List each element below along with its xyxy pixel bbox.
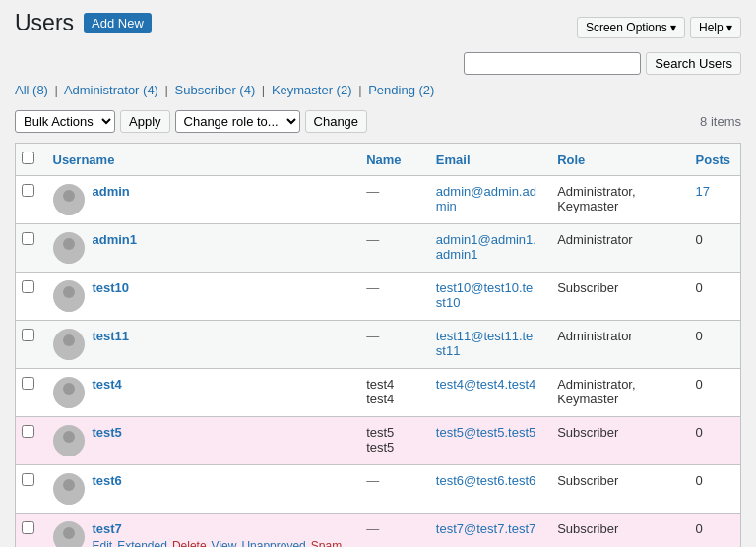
- posts-link[interactable]: 17: [696, 184, 710, 199]
- role-cell: Administrator, Keymaster: [547, 369, 685, 417]
- name-cell: —: [356, 176, 426, 224]
- email-link[interactable]: test7@test7.test7: [436, 521, 536, 536]
- name-cell: —: [356, 465, 426, 514]
- table-row: test6 — test6@test6.test6 Subscriber 0: [16, 465, 741, 514]
- username-link[interactable]: test4: [93, 377, 122, 392]
- posts-cell: 0: [686, 514, 741, 548]
- posts-cell: 17: [686, 176, 741, 224]
- email-cell: test10@test10.test10: [426, 273, 547, 321]
- filter-administrator[interactable]: Administrator (4): [64, 83, 158, 97]
- row-checkbox-cell[interactable]: [16, 417, 43, 465]
- action-spam[interactable]: Spam: [311, 539, 342, 547]
- row-checkbox[interactable]: [22, 232, 34, 245]
- add-new-button[interactable]: Add New: [84, 13, 152, 33]
- email-link[interactable]: test10@test10.test10: [436, 280, 533, 310]
- svg-point-14: [63, 527, 75, 539]
- svg-point-4: [63, 286, 75, 298]
- username-cell: test7 EditExtendedDeleteViewUnapprovedSp…: [43, 514, 357, 548]
- table-row: test5 test5 test5 test5@test5.test5 Subs…: [16, 417, 741, 465]
- action-extended[interactable]: Extended: [117, 539, 167, 547]
- svg-point-3: [59, 252, 79, 264]
- username-link[interactable]: test7: [93, 521, 122, 536]
- col-header-username[interactable]: Username: [43, 144, 357, 176]
- table-row: admin — admin@admin.admin Administrator,…: [16, 176, 741, 224]
- email-link[interactable]: admin@admin.admin: [436, 184, 536, 213]
- username-cell: test6: [43, 465, 357, 514]
- bulk-actions-select-top[interactable]: Bulk Actions: [15, 110, 115, 133]
- filter-all[interactable]: All (8): [15, 83, 48, 97]
- change-button-top[interactable]: Change: [305, 110, 368, 133]
- filter-links: All (8) | Administrator (4) | Subscriber…: [15, 83, 741, 97]
- email-link[interactable]: test5@test5.test5: [436, 425, 536, 440]
- email-link[interactable]: admin1@admin1.admin1: [436, 232, 536, 262]
- svg-point-7: [59, 348, 79, 360]
- apply-button-top[interactable]: Apply: [120, 110, 170, 133]
- svg-point-2: [63, 238, 75, 250]
- row-checkbox-cell[interactable]: [16, 321, 43, 369]
- search-users-button[interactable]: Search Users: [646, 52, 741, 75]
- avatar: [53, 329, 85, 360]
- username-link[interactable]: test11: [93, 329, 130, 343]
- screen-options-button[interactable]: Screen Options ▾: [577, 17, 685, 38]
- role-cell: Subscriber: [547, 465, 685, 514]
- row-checkbox[interactable]: [22, 521, 34, 534]
- posts-cell: 0: [686, 369, 741, 417]
- username-link[interactable]: admin1: [93, 232, 138, 247]
- row-checkbox-cell[interactable]: [16, 465, 43, 514]
- action-unapproved[interactable]: Unapproved: [241, 539, 305, 547]
- row-checkbox[interactable]: [22, 425, 34, 438]
- email-link[interactable]: test6@test6.test6: [436, 473, 536, 488]
- email-cell: admin1@admin1.admin1: [426, 224, 547, 273]
- name-cell: —: [356, 224, 426, 273]
- filter-pending[interactable]: Pending (2): [368, 83, 434, 97]
- action-delete[interactable]: Delete: [172, 539, 207, 547]
- col-header-role: Role: [547, 144, 685, 176]
- page-title: Users: [15, 10, 74, 36]
- row-checkbox-cell[interactable]: [16, 273, 43, 321]
- role-cell: Administrator: [547, 321, 685, 369]
- row-checkbox-cell[interactable]: [16, 176, 43, 224]
- col-header-email[interactable]: Email: [426, 144, 547, 176]
- username-link[interactable]: test5: [93, 425, 122, 440]
- username-link[interactable]: test10: [93, 280, 130, 295]
- email-link[interactable]: test4@test4.test4: [436, 377, 536, 392]
- role-cell: Subscriber: [547, 273, 685, 321]
- name-cell: test4 test4: [356, 369, 426, 417]
- row-checkbox-cell[interactable]: [16, 224, 43, 273]
- filter-subscriber[interactable]: Subscriber (4): [175, 83, 256, 97]
- select-all-checkbox-top[interactable]: [22, 152, 34, 164]
- row-checkbox[interactable]: [22, 280, 34, 293]
- svg-point-9: [59, 396, 79, 408]
- select-all-header[interactable]: [16, 144, 43, 176]
- username-cell: test4: [43, 369, 357, 417]
- row-checkbox[interactable]: [22, 473, 34, 486]
- row-checkbox-cell[interactable]: [16, 514, 43, 548]
- svg-point-8: [63, 383, 75, 395]
- row-checkbox[interactable]: [22, 329, 34, 341]
- top-tablenav: Bulk Actions Apply Change role to... Cha…: [15, 105, 741, 138]
- change-role-select-top[interactable]: Change role to...: [175, 110, 300, 133]
- help-button[interactable]: Help ▾: [690, 17, 741, 38]
- name-cell: —: [356, 514, 426, 548]
- username-link[interactable]: test6: [93, 473, 122, 488]
- svg-point-0: [63, 190, 75, 202]
- email-cell: test4@test4.test4: [426, 369, 547, 417]
- avatar: [53, 425, 85, 456]
- search-input[interactable]: [464, 52, 641, 75]
- role-cell: Administrator: [547, 224, 685, 273]
- email-link[interactable]: test11@test11.test11: [436, 329, 533, 358]
- action-edit[interactable]: Edit: [93, 539, 113, 547]
- col-header-name: Name: [356, 144, 426, 176]
- filter-keymaster[interactable]: Keymaster (2): [272, 83, 352, 97]
- row-checkbox[interactable]: [22, 184, 34, 197]
- name-cell: —: [356, 273, 426, 321]
- username-link[interactable]: admin: [93, 184, 130, 199]
- action-view[interactable]: View: [212, 539, 237, 547]
- username-cell: test5: [43, 417, 357, 465]
- row-checkbox[interactable]: [22, 377, 34, 390]
- svg-point-5: [59, 300, 79, 312]
- posts-cell: 0: [686, 417, 741, 465]
- svg-point-12: [63, 479, 75, 491]
- table-row: test11 — test11@test11.test11 Administra…: [16, 321, 741, 369]
- row-checkbox-cell[interactable]: [16, 369, 43, 417]
